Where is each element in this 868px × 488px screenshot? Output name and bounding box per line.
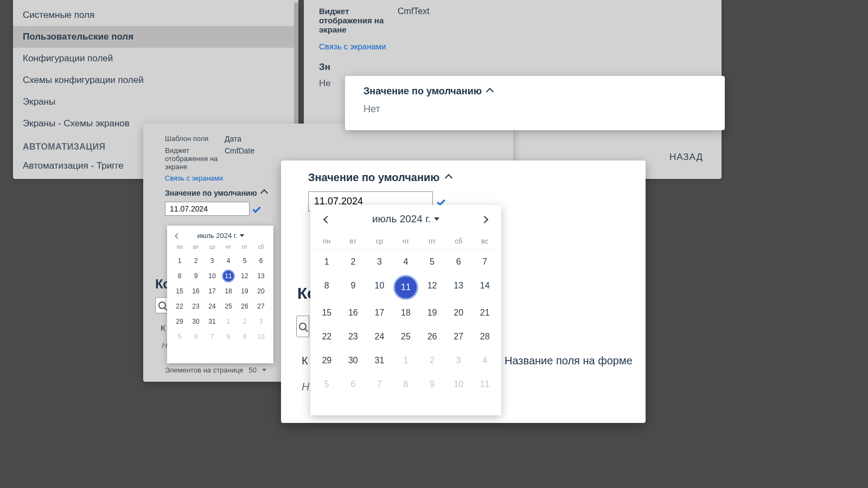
per-page-value[interactable]: 50 — [249, 366, 257, 374]
cal-day[interactable]: 7 — [204, 329, 220, 344]
cal-lg-title[interactable]: июль 2024 г. — [372, 213, 439, 225]
cal-day[interactable]: 22 — [314, 325, 340, 349]
cal-lg-prev[interactable] — [321, 213, 333, 225]
cal-day[interactable]: 24 — [204, 299, 220, 314]
cal-day[interactable]: 1 — [314, 250, 340, 274]
cal-day[interactable]: 3 — [445, 349, 472, 373]
cal-lg-next[interactable] — [478, 213, 490, 225]
cal-day[interactable]: 20 — [445, 301, 472, 325]
cal-day[interactable]: 2 — [188, 253, 204, 268]
cal-day[interactable]: 13 — [445, 274, 472, 301]
sidebar-item-user-fields[interactable]: Пользовательские поля — [13, 26, 298, 48]
cal-day[interactable]: 6 — [445, 250, 472, 274]
cal-day[interactable]: 25 — [393, 325, 419, 349]
sidebar-item-screens[interactable]: Экраны — [13, 91, 298, 113]
cal-day[interactable]: 29 — [171, 314, 188, 329]
cal-day[interactable]: 24 — [366, 325, 393, 349]
cal-day[interactable]: 2 — [237, 314, 253, 329]
cal-day[interactable]: 7 — [471, 250, 498, 274]
cal-day[interactable]: 3 — [204, 253, 220, 268]
cal-day[interactable]: 29 — [314, 349, 340, 373]
cal-day[interactable]: 9 — [419, 373, 445, 396]
cal-day[interactable]: 3 — [253, 314, 269, 329]
cal-day[interactable]: 4 — [220, 253, 237, 268]
cal-day[interactable]: 12 — [419, 274, 445, 301]
sidebar-item-system-fields[interactable]: Системные поля — [13, 4, 298, 26]
cal-day[interactable]: 10 — [366, 274, 393, 301]
cal-day[interactable]: 11 — [471, 373, 498, 396]
cal-day[interactable]: 1 — [393, 349, 419, 373]
back-button[interactable]: НАЗАД — [669, 152, 703, 163]
cal-day[interactable]: 2 — [419, 349, 445, 373]
cal-dow: сб — [445, 233, 472, 250]
cal-day[interactable]: 10 — [253, 329, 269, 344]
cal-day[interactable]: 4 — [471, 349, 498, 373]
cal-day[interactable]: 1 — [171, 253, 188, 268]
cal-day[interactable]: 10 — [204, 268, 220, 284]
cal-day[interactable]: 31 — [366, 349, 393, 373]
cal-day[interactable]: 16 — [188, 284, 204, 299]
cal-day[interactable]: 5 — [419, 250, 445, 274]
cal-day[interactable]: 6 — [253, 253, 269, 268]
cal-day[interactable]: 8 — [171, 268, 188, 284]
cal-day[interactable]: 9 — [188, 268, 204, 284]
cal-day[interactable]: 15 — [171, 284, 188, 299]
cal-day[interactable]: 9 — [237, 329, 253, 344]
screens-link[interactable]: Связь с экранами — [319, 42, 706, 51]
cal-day[interactable]: 8 — [220, 329, 237, 344]
cal-day[interactable]: 5 — [171, 329, 188, 344]
cal-day[interactable]: 12 — [237, 268, 253, 284]
confirm-date-icon[interactable] — [437, 197, 445, 206]
cal-day[interactable]: 31 — [204, 314, 220, 329]
cal-day[interactable]: 6 — [340, 373, 367, 396]
cal-day[interactable]: 13 — [253, 268, 269, 284]
cal-day[interactable]: 30 — [188, 314, 204, 329]
cal-day[interactable]: 5 — [314, 373, 340, 396]
cal-day[interactable]: 28 — [471, 325, 498, 349]
cal-day[interactable]: 17 — [204, 284, 220, 299]
dropdown-icon[interactable] — [262, 369, 266, 371]
cal-day[interactable]: 14 — [471, 274, 498, 301]
cal-day[interactable]: 20 — [253, 284, 269, 299]
sidebar-item-field-configs[interactable]: Конфигурации полей — [13, 48, 298, 69]
date-input-sm[interactable] — [165, 202, 250, 216]
cal-day[interactable]: 25 — [220, 299, 237, 314]
cal-day[interactable]: 30 — [340, 349, 367, 373]
cal-day[interactable]: 18 — [220, 284, 237, 299]
sidebar-item-config-schemes[interactable]: Схемы конфигурации полей — [13, 69, 298, 91]
cal-day[interactable]: 22 — [171, 299, 188, 314]
cal-sm-title[interactable]: июль 2024 г. — [197, 232, 244, 240]
cal-day[interactable]: 11 — [222, 269, 235, 282]
cal-day[interactable]: 19 — [419, 301, 445, 325]
cal-day[interactable]: 27 — [445, 325, 472, 349]
cal-day[interactable]: 18 — [393, 301, 419, 325]
cal-day[interactable]: 8 — [314, 274, 340, 301]
cal-day[interactable]: 2 — [340, 250, 367, 274]
cal-day[interactable]: 4 — [393, 250, 419, 274]
cal-day[interactable]: 16 — [340, 301, 367, 325]
cal-day[interactable]: 7 — [366, 373, 393, 396]
cal-day[interactable]: 9 — [340, 274, 367, 301]
cal-day[interactable]: 23 — [188, 299, 204, 314]
confirm-date-icon[interactable] — [252, 204, 261, 213]
cal-day[interactable]: 10 — [445, 373, 472, 396]
cal-day[interactable]: 8 — [393, 373, 419, 396]
cal-day[interactable]: 3 — [366, 250, 393, 274]
big-default-title[interactable]: Значение по умолчанию — [308, 171, 618, 184]
cal-day[interactable]: 11 — [393, 275, 418, 300]
search-box-big[interactable] — [296, 316, 309, 337]
cal-day[interactable]: 6 — [188, 329, 204, 344]
cal-day[interactable]: 17 — [366, 301, 393, 325]
cal-day[interactable]: 26 — [237, 299, 253, 314]
dropdown-icon — [240, 234, 244, 237]
cal-day[interactable]: 23 — [340, 325, 367, 349]
cal-day[interactable]: 19 — [237, 284, 253, 299]
popup-title[interactable]: Значение по умолчанию — [363, 86, 706, 97]
cal-day[interactable]: 27 — [253, 299, 269, 314]
cal-day[interactable]: 26 — [419, 325, 445, 349]
cal-day[interactable]: 5 — [237, 253, 253, 268]
cal-sm-prev[interactable] — [174, 231, 182, 240]
cal-day[interactable]: 21 — [471, 301, 498, 325]
cal-day[interactable]: 15 — [314, 301, 340, 325]
cal-day[interactable]: 1 — [220, 314, 237, 329]
